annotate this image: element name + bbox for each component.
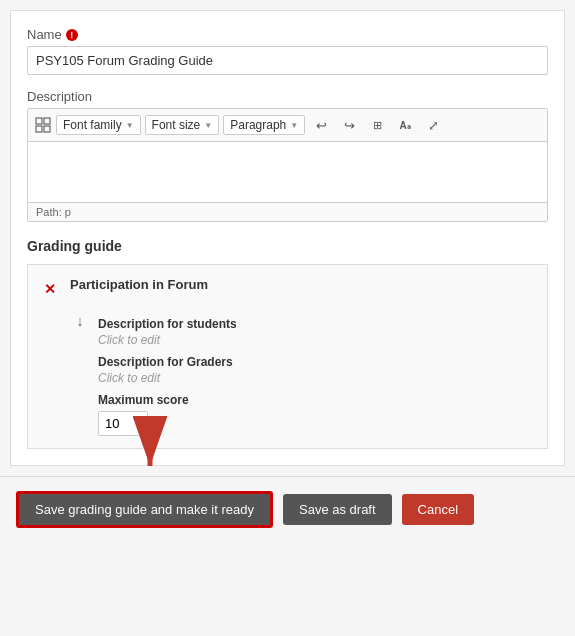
font-size-arrow: ▼: [204, 121, 212, 130]
path-text: Path: p: [36, 206, 71, 218]
name-input[interactable]: [27, 46, 548, 75]
name-field-group: Name !: [27, 27, 548, 75]
redo-button[interactable]: ↪: [337, 113, 361, 137]
paragraph-arrow: ▼: [290, 121, 298, 130]
undo-button[interactable]: ↩: [309, 113, 333, 137]
x-icon: ✕: [44, 281, 56, 297]
name-label-text: Name: [27, 27, 62, 42]
desc-students-edit: Click to edit: [98, 333, 535, 347]
font-family-select[interactable]: Font family ▼: [56, 115, 141, 135]
grading-guide-box: ✕ Participation in Forum ↓ Description f…: [27, 264, 548, 449]
font-family-label: Font family: [63, 118, 122, 132]
description-editor: Font family ▼ Font size ▼ Paragraph ▼: [27, 108, 548, 222]
click-to-edit-students[interactable]: Click to edit: [98, 333, 535, 347]
max-score-label: Maximum score: [98, 393, 535, 407]
description-label-text: Description: [27, 89, 92, 104]
desc-students-label: Description for students: [98, 317, 237, 331]
font-size-label: Font size: [152, 118, 201, 132]
fullscreen-button[interactable]: ⤢: [421, 113, 445, 137]
remove-criterion-icon[interactable]: ✕: [40, 279, 60, 299]
grading-guide-section: Grading guide ✕ Participation in Forum ↓: [27, 238, 548, 449]
description-label: Description: [27, 89, 548, 104]
bottom-bar: Save grading guide and make it ready Sav…: [0, 476, 575, 542]
desc-students-block: ↓ Description for students Click to edit…: [70, 309, 535, 436]
desc-students-row: ↓ Description for students: [70, 309, 535, 331]
page-wrapper: Name ! Description: [0, 10, 575, 542]
name-label: Name !: [27, 27, 548, 42]
redo-icon: ↪: [344, 118, 355, 133]
path-bar: Path: p: [28, 202, 547, 221]
paragraph-select[interactable]: Paragraph ▼: [223, 115, 305, 135]
editor-body[interactable]: [28, 142, 547, 202]
max-score-input[interactable]: [98, 411, 148, 436]
form-container: Name ! Description: [10, 10, 565, 466]
font-family-arrow: ▼: [126, 121, 134, 130]
save-ready-button[interactable]: Save grading guide and make it ready: [16, 491, 273, 528]
click-to-edit-graders[interactable]: Click to edit: [98, 371, 535, 385]
desc-graders-label: Description for Graders: [98, 355, 535, 369]
editor-toolbar: Font family ▼ Font size ▼ Paragraph ▼: [28, 109, 547, 142]
desc-graders-block: Description for Graders Click to edit: [98, 355, 535, 385]
grid-icon[interactable]: [34, 116, 52, 134]
cancel-button[interactable]: Cancel: [402, 494, 474, 525]
bottom-area: Save grading guide and make it ready Sav…: [0, 476, 575, 542]
find-icon: ⊞: [373, 119, 382, 132]
criterion-header-row: ✕ Participation in Forum: [40, 277, 535, 299]
down-arrow-icon: ↓: [77, 313, 84, 329]
required-icon: !: [66, 29, 78, 41]
description-field-group: Description Font family: [27, 89, 548, 222]
svg-rect-0: [36, 118, 42, 124]
accessibility-button[interactable]: Aₐ: [393, 113, 417, 137]
svg-rect-3: [44, 126, 50, 132]
criterion-name: Participation in Forum: [70, 277, 208, 292]
fullscreen-icon: ⤢: [428, 118, 439, 133]
grading-guide-title: Grading guide: [27, 238, 548, 254]
find-button[interactable]: ⊞: [365, 113, 389, 137]
save-draft-button[interactable]: Save as draft: [283, 494, 392, 525]
undo-icon: ↩: [316, 118, 327, 133]
font-size-select[interactable]: Font size ▼: [145, 115, 220, 135]
paragraph-label: Paragraph: [230, 118, 286, 132]
collapse-icon[interactable]: ↓: [70, 311, 90, 331]
svg-rect-1: [44, 118, 50, 124]
svg-rect-2: [36, 126, 42, 132]
max-score-block: Maximum score: [98, 393, 535, 436]
accessibility-icon: Aₐ: [400, 120, 411, 131]
